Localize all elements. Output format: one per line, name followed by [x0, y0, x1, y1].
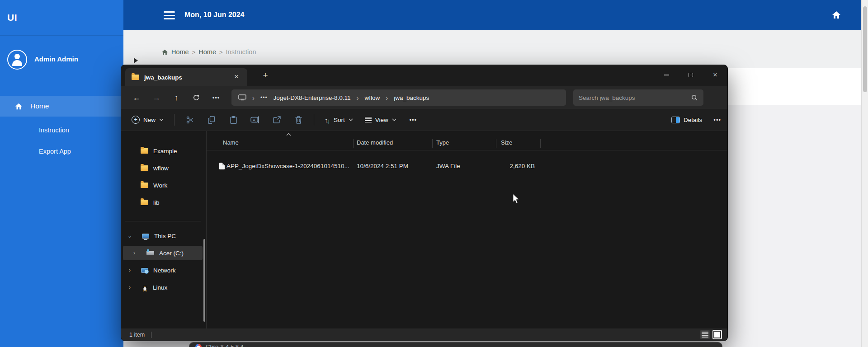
tab-title: jwa_backups [144, 74, 182, 81]
view-icon [365, 117, 372, 123]
new-button[interactable]: + New [127, 113, 168, 127]
address-overflow-icon[interactable]: ••• [260, 94, 268, 101]
plus-circle-icon: + [132, 116, 140, 124]
column-header-name[interactable]: Name [223, 139, 239, 146]
large-icons-view-toggle-icon[interactable] [712, 330, 722, 339]
window-controls: × [654, 65, 727, 85]
refresh-button[interactable] [186, 89, 206, 106]
navpane-folder-wflow[interactable]: wflow [123, 161, 203, 175]
close-button[interactable]: × [703, 65, 727, 85]
file-row[interactable]: APP_JogetDxShowcase-1-2024061014510... 1… [207, 160, 727, 174]
new-tab-button[interactable]: + [259, 70, 272, 82]
chevron-collapsed-icon[interactable]: › [132, 250, 137, 256]
commandbar-more-right-icon[interactable]: ••• [713, 117, 721, 123]
background-window[interactable]: Chro X 4.5.8.4 [189, 342, 722, 347]
page-scrollbar-thumb[interactable] [863, 6, 867, 92]
column-header-size[interactable]: Size [501, 139, 512, 146]
details-button[interactable]: Details [667, 114, 706, 126]
hard-drive-icon [146, 251, 154, 255]
column-resize-handle[interactable] [496, 139, 496, 148]
sidebar-collapse-arrow-icon[interactable] [134, 58, 138, 63]
sidebar-item-home[interactable]: Home [0, 96, 123, 117]
navpane-this-pc[interactable]: ⌄ This PC [123, 229, 203, 243]
share-button[interactable] [268, 112, 286, 127]
file-type: JWA File [436, 163, 460, 169]
delete-button[interactable] [289, 112, 307, 127]
svg-text:A: A [253, 118, 255, 122]
breadcrumb-separator: > [192, 49, 196, 56]
computer-icon [142, 234, 149, 239]
address-bar[interactable]: › ••• Joget-DX8-Enterprise-8.0.11 › wflo… [231, 89, 566, 106]
file-name: APP_JogetDxShowcase-1-2024061014510... [226, 163, 349, 169]
forward-button[interactable]: → [146, 89, 166, 106]
linux-penguin-icon [142, 284, 148, 291]
avatar[interactable] [7, 50, 27, 70]
chevron-down-icon [392, 118, 396, 121]
column-header-type[interactable]: Type [436, 139, 449, 146]
file-modified: 10/6/2024 2:51 PM [357, 163, 408, 169]
details-view-toggle-icon[interactable] [700, 330, 710, 339]
address-segment[interactable]: jwa_backups [394, 94, 429, 101]
column-header-modified[interactable]: Date modified [357, 139, 393, 146]
navpane-label: Example [153, 148, 177, 155]
sort-button[interactable]: ↑↓ Sort [321, 113, 357, 127]
chevron-expanded-icon[interactable]: ⌄ [127, 233, 132, 239]
navpane-folder-example[interactable]: Example [123, 144, 203, 158]
column-resize-handle[interactable] [540, 139, 541, 148]
up-button[interactable]: ↑ [166, 89, 186, 106]
copy-button[interactable] [203, 112, 221, 127]
maximize-button[interactable] [679, 65, 703, 85]
app-logo-icon [195, 344, 202, 347]
navpane-label: Acer (C:) [159, 250, 184, 257]
search-input[interactable] [579, 94, 691, 101]
view-button[interactable]: View [361, 114, 401, 126]
breadcrumb-link-home-2[interactable]: Home [198, 48, 216, 56]
chevron-collapsed-icon[interactable]: › [127, 267, 132, 273]
navpane-folder-lib[interactable]: lib [123, 195, 203, 210]
navpane-network[interactable]: › Network [123, 263, 203, 277]
this-pc-icon [238, 94, 246, 101]
address-chevron-icon[interactable]: › [386, 94, 388, 102]
sidebar-item-export-app[interactable]: Export App [39, 148, 71, 155]
explorer-navpane: Example wflow Work lib ⌄ [121, 131, 206, 329]
sidebar-item-instruction[interactable]: Instruction [39, 127, 69, 134]
sort-icon: ↑↓ [325, 116, 330, 124]
navpane-folder-work[interactable]: Work [123, 178, 203, 192]
folder-icon [141, 183, 148, 188]
navpane-label: wflow [153, 165, 169, 172]
navpane-label: Network [153, 267, 176, 274]
file-size: 2,620 KB [496, 163, 535, 169]
explorer-statusbar: 1 item [121, 328, 727, 341]
home-icon[interactable] [832, 11, 841, 21]
background-window-title: Chro X 4.5.8.4 [206, 343, 244, 347]
navpane-label: Work [153, 182, 167, 189]
navpane-drive-c[interactable]: › Acer (C:) [123, 246, 203, 260]
column-resize-handle[interactable] [353, 139, 354, 148]
app-topbar: Mon, 10 Jun 2024 [123, 0, 861, 30]
column-resize-handle[interactable] [432, 139, 433, 148]
navpane-label: Linux [153, 284, 167, 291]
mouse-cursor [512, 193, 520, 204]
explorer-tab[interactable]: jwa_backups × [125, 68, 247, 86]
commandbar-more-icon[interactable]: ••• [404, 112, 422, 127]
address-segment[interactable]: Joget-DX8-Enterprise-8.0.11 [274, 94, 351, 101]
navpane-linux[interactable]: › Linux [123, 280, 203, 295]
rename-button[interactable]: A [246, 112, 264, 127]
search-box[interactable] [573, 89, 703, 106]
navpane-scrollbar-thumb[interactable] [203, 239, 205, 322]
tab-close-icon[interactable]: × [231, 72, 242, 83]
paste-button[interactable] [224, 112, 242, 127]
nav-more-icon[interactable]: ••• [206, 89, 226, 106]
cut-button[interactable] [181, 112, 199, 127]
address-chevron-icon[interactable]: › [356, 94, 359, 102]
back-button[interactable]: ← [127, 89, 146, 106]
menu-toggle-icon[interactable] [164, 11, 175, 19]
minimize-button[interactable] [654, 65, 679, 85]
breadcrumb-link-home[interactable]: Home [171, 48, 189, 56]
address-segment[interactable]: wflow [364, 94, 380, 101]
navpane-label: This PC [154, 233, 176, 239]
address-chevron-icon[interactable]: › [252, 94, 255, 102]
divider [125, 221, 201, 221]
chevron-collapsed-icon[interactable]: › [127, 284, 132, 291]
page-scrollbar[interactable] [861, 0, 868, 347]
